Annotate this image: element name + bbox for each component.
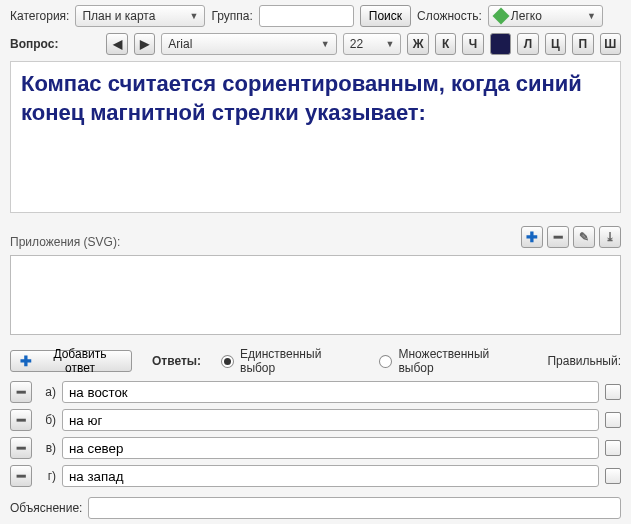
fontsize-value: 22 <box>350 37 363 51</box>
group-input[interactable] <box>259 5 354 27</box>
prev-button[interactable]: ◀ <box>106 33 127 55</box>
explain-label: Объяснение: <box>10 501 82 515</box>
correct-checkbox[interactable] <box>605 412 621 428</box>
font-value: Arial <box>168 37 192 51</box>
question-editor[interactable]: Компас считается сориентированным, когда… <box>10 61 621 213</box>
explain-input[interactable] <box>88 497 621 519</box>
minus-icon: ━ <box>551 230 565 244</box>
remove-answer-button[interactable]: ━ <box>10 381 32 403</box>
export-icon: ⤓ <box>605 230 615 244</box>
diamond-icon <box>492 8 509 25</box>
difficulty-value: Легко <box>511 9 542 23</box>
font-combo[interactable]: Arial ▼ <box>161 33 336 55</box>
minus-icon: ━ <box>14 469 28 483</box>
chevron-down-icon: ▼ <box>587 11 596 21</box>
category-value: План и карта <box>82 9 155 23</box>
plus-icon: ✚ <box>525 230 539 244</box>
attach-edit-button[interactable]: ✎ <box>573 226 595 248</box>
difficulty-label: Сложность: <box>417 9 482 23</box>
radio-icon <box>379 355 392 368</box>
attachments-area[interactable] <box>10 255 621 335</box>
answer-input[interactable] <box>62 465 599 487</box>
add-answer-button[interactable]: ✚ Добавить ответ <box>10 350 132 372</box>
attach-export-button[interactable]: ⤓ <box>599 226 621 248</box>
answer-letter: в) <box>38 441 56 455</box>
plus-icon: ✚ <box>19 354 33 368</box>
correct-checkbox[interactable] <box>605 384 621 400</box>
remove-answer-button[interactable]: ━ <box>10 437 32 459</box>
chevron-down-icon: ▼ <box>190 11 199 21</box>
attach-remove-button[interactable]: ━ <box>547 226 569 248</box>
align-center-button[interactable]: Ц <box>545 33 566 55</box>
answers-label: Ответы: <box>152 354 201 368</box>
color-button[interactable] <box>490 33 511 55</box>
multiple-choice-radio[interactable]: Множественный выбор <box>379 347 527 375</box>
question-label: Вопрос: <box>10 37 58 51</box>
remove-answer-button[interactable]: ━ <box>10 465 32 487</box>
answer-letter: б) <box>38 413 56 427</box>
search-button[interactable]: Поиск <box>360 5 411 27</box>
radio-icon <box>221 355 234 368</box>
group-label: Группа: <box>211 9 252 23</box>
category-label: Категория: <box>10 9 69 23</box>
fontsize-combo[interactable]: 22 ▼ <box>343 33 402 55</box>
bold-button[interactable]: Ж <box>407 33 428 55</box>
align-left-button[interactable]: Л <box>517 33 538 55</box>
italic-button[interactable]: К <box>435 33 456 55</box>
attachments-label: Приложения (SVG): <box>10 235 120 249</box>
category-combo[interactable]: План и карта ▼ <box>75 5 205 27</box>
correct-checkbox[interactable] <box>605 440 621 456</box>
pencil-icon: ✎ <box>579 230 589 244</box>
correct-label: Правильный: <box>547 354 621 368</box>
align-justify-button[interactable]: Ш <box>600 33 621 55</box>
correct-checkbox[interactable] <box>605 468 621 484</box>
align-right-button[interactable]: П <box>572 33 593 55</box>
answer-letter: а) <box>38 385 56 399</box>
chevron-down-icon: ▼ <box>321 39 330 49</box>
attach-add-button[interactable]: ✚ <box>521 226 543 248</box>
minus-icon: ━ <box>14 413 28 427</box>
question-text: Компас считается сориентированным, когда… <box>21 70 610 127</box>
answer-input[interactable] <box>62 409 599 431</box>
underline-button[interactable]: Ч <box>462 33 483 55</box>
minus-icon: ━ <box>14 385 28 399</box>
remove-answer-button[interactable]: ━ <box>10 409 32 431</box>
answer-input[interactable] <box>62 437 599 459</box>
next-button[interactable]: ▶ <box>134 33 155 55</box>
single-choice-radio[interactable]: Единственный выбор <box>221 347 359 375</box>
answer-letter: г) <box>38 469 56 483</box>
chevron-down-icon: ▼ <box>386 39 395 49</box>
answer-input[interactable] <box>62 381 599 403</box>
difficulty-combo[interactable]: Легко ▼ <box>488 5 603 27</box>
minus-icon: ━ <box>14 441 28 455</box>
